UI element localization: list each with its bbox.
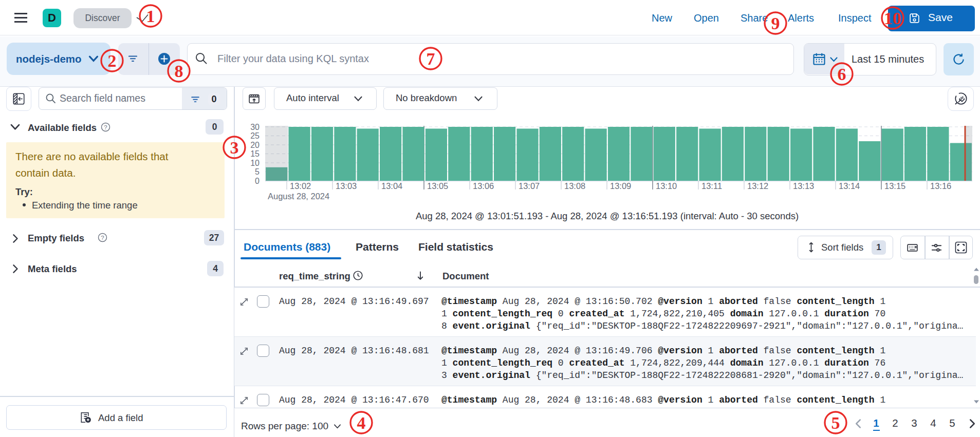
svg-text:2: 2: [108, 51, 117, 70]
svg-text:10: 10: [884, 9, 901, 28]
svg-text:4: 4: [357, 413, 366, 432]
svg-text:8: 8: [175, 62, 183, 81]
svg-text:3: 3: [230, 138, 239, 157]
svg-text:6: 6: [838, 65, 846, 84]
svg-text:7: 7: [427, 49, 435, 68]
svg-text:1: 1: [146, 7, 155, 26]
svg-text:5: 5: [831, 413, 840, 432]
svg-text:9: 9: [771, 14, 780, 33]
